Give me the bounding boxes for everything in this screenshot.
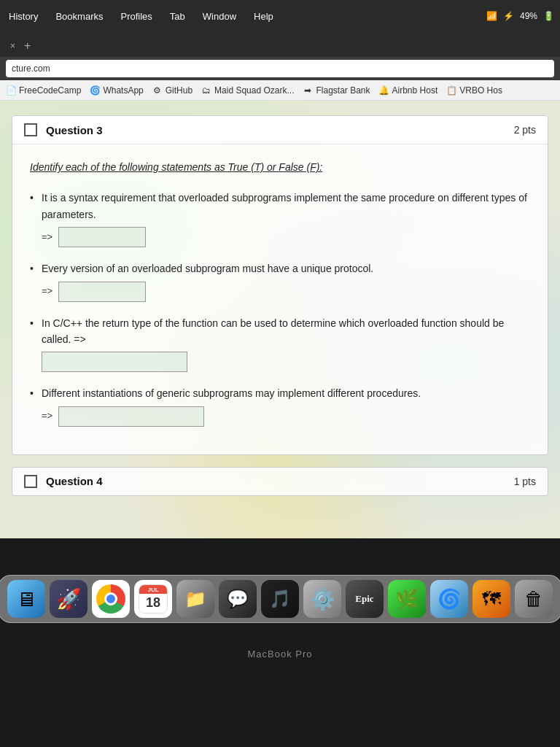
question-4-pts: 1 pts — [514, 476, 536, 487]
browser-chrome: × + cture.com — [0, 32, 560, 80]
arrow-1: => — [42, 230, 52, 245]
maid-squad-icon: 🗂 — [201, 85, 211, 96]
question-item-1-text: It is a syntax requirement that overload… — [42, 192, 527, 220]
dock-chrome[interactable] — [92, 580, 130, 618]
battery-label: 49% — [520, 11, 537, 21]
question-3-card: Question 3 2 pts Identify each of the fo… — [12, 115, 548, 455]
question-4-checkbox[interactable] — [24, 475, 37, 488]
question-item-4: Different instantiations of generic subp… — [30, 385, 530, 426]
wifi-icon: 📶 — [486, 11, 497, 21]
bookmark-airbnb[interactable]: 🔔 Airbnb Host — [379, 85, 438, 96]
answer-row-3 — [42, 352, 530, 372]
dock-launchpad[interactable]: 🚀 — [50, 580, 88, 618]
dock: 🖥 🚀 JUL 18 📁 💬 🎵 — [0, 575, 560, 623]
question-4-preview: Question 4 1 pts — [12, 467, 548, 496]
menu-bookmarks[interactable]: Bookmarks — [52, 9, 106, 23]
answer-input-1[interactable] — [58, 227, 146, 247]
bookmark-whatsapp-label: WhatsApp — [103, 85, 143, 96]
dock-calendar[interactable]: JUL 18 — [134, 580, 172, 618]
question-3-pts: 2 pts — [514, 124, 536, 136]
question-3-body: Identify each of the following statement… — [12, 144, 548, 454]
menu-tab[interactable]: Tab — [167, 9, 188, 23]
calendar-day: 18 — [146, 595, 160, 611]
vrbo-icon: 📋 — [446, 85, 456, 96]
bookmark-flagstar-label: Flagstar Bank — [316, 85, 370, 96]
bookmark-vrbo[interactable]: 📋 VRBO Hos — [446, 85, 502, 96]
answer-row-4: => — [42, 406, 530, 427]
dock-finder[interactable]: 🖥 — [7, 580, 45, 618]
freecodecamp-icon: 📄 — [6, 85, 16, 96]
bookmark-flagstar[interactable]: ➡ Flagstar Bank — [303, 85, 370, 96]
answer-row-2: => — [42, 282, 530, 302]
question-3-header: Question 3 2 pts — [12, 116, 548, 144]
macbook-pro-label: MacBook Pro — [247, 649, 312, 659]
bookmark-maid-squad-label: Maid Squad Ozark... — [214, 85, 294, 96]
dock-app2[interactable]: 🌀 — [430, 580, 468, 618]
url-text: cture.com — [12, 63, 50, 74]
arrow-4: => — [42, 409, 52, 424]
bookmark-github-label: GitHub — [166, 85, 192, 96]
dock-area: 🖥 🚀 JUL 18 📁 💬 🎵 — [0, 575, 560, 623]
answer-input-4[interactable] — [58, 406, 204, 427]
question-item-4-text: Different instantiations of generic subp… — [42, 387, 421, 399]
new-tab-button[interactable]: + — [20, 38, 35, 54]
page-content: Question 3 2 pts Identify each of the fo… — [0, 101, 560, 538]
menu-history[interactable]: History — [6, 9, 41, 23]
dock-files[interactable]: 📁 — [176, 580, 214, 618]
question-item-3-text: In C/C++ the return type of the function… — [42, 317, 504, 345]
answer-row-1: => — [42, 227, 530, 247]
chrome-outer-icon — [96, 584, 125, 614]
bookmark-whatsapp[interactable]: 🌀 WhatsApp — [90, 85, 143, 96]
question-3-instruction: Identify each of the following statement… — [30, 159, 530, 175]
dock-system-prefs[interactable]: ⚙️ — [303, 580, 341, 618]
github-icon: ⚙ — [152, 85, 163, 96]
question-item-3: In C/C++ the return type of the function… — [30, 315, 530, 373]
dock-trash[interactable]: 🗑 — [515, 580, 553, 618]
address-bar-row: cture.com — [0, 57, 560, 80]
bookmarks-bar: 📄 FreeCodeCamp 🌀 WhatsApp ⚙ GitHub 🗂 Mai… — [0, 80, 560, 101]
dock-epic[interactable]: Epic — [346, 580, 384, 618]
arrow-2: => — [42, 284, 52, 299]
calendar-icon: JUL 18 — [139, 584, 168, 614]
battery-icon: 🔋 — [543, 11, 554, 21]
menu-bar-right: 📶 ⚡ 49% 🔋 — [486, 11, 554, 21]
question-item-2: Every version of an overloaded subprogra… — [30, 260, 530, 301]
address-bar[interactable]: cture.com — [6, 60, 554, 77]
dock-maps[interactable]: 🗺 — [472, 580, 510, 618]
whatsapp-icon: 🌀 — [90, 85, 100, 96]
menu-bar: History Bookmarks Profiles Tab Window He… — [0, 0, 560, 32]
bookmark-github[interactable]: ⚙ GitHub — [152, 85, 192, 96]
menu-profiles[interactable]: Profiles — [117, 9, 155, 23]
bookmark-airbnb-label: Airbnb Host — [392, 85, 438, 96]
answer-input-2[interactable] — [58, 282, 146, 302]
airbnb-icon: 🔔 — [379, 85, 389, 96]
chrome-inner-icon — [104, 592, 117, 605]
dock-app1[interactable]: 🌿 — [388, 580, 426, 618]
bookmark-vrbo-label: VRBO Hos — [459, 85, 502, 96]
question-items: It is a syntax requirement that overload… — [30, 190, 530, 426]
bookmark-maid-squad[interactable]: 🗂 Maid Squad Ozark... — [201, 85, 294, 96]
answer-input-3[interactable] — [42, 352, 187, 372]
dock-music[interactable]: 🎵 — [261, 580, 299, 618]
bookmark-freecodecamp[interactable]: 📄 FreeCodeCamp — [6, 85, 81, 96]
tab-bar: × + — [0, 32, 560, 57]
dock-messages[interactable]: 💬 — [219, 580, 257, 618]
flagstar-icon: ➡ — [303, 85, 313, 96]
menu-window[interactable]: Window — [200, 9, 239, 23]
bottom-bar — [0, 659, 560, 747]
question-item-1: It is a syntax requirement that overload… — [30, 190, 530, 247]
tab-close-button[interactable]: × — [6, 39, 20, 53]
question-3-checkbox[interactable] — [24, 123, 37, 136]
question-4-title: Question 4 — [46, 475, 103, 487]
calendar-month: JUL — [139, 585, 167, 594]
question-3-title: Question 3 — [46, 124, 103, 136]
menu-bar-left: History Bookmarks Profiles Tab Window He… — [6, 9, 276, 23]
bluetooth-icon: ⚡ — [503, 11, 514, 21]
menu-help[interactable]: Help — [251, 9, 276, 23]
bookmark-freecodecamp-label: FreeCodeCamp — [19, 85, 81, 96]
question-item-2-text: Every version of an overloaded subprogra… — [42, 263, 373, 274]
